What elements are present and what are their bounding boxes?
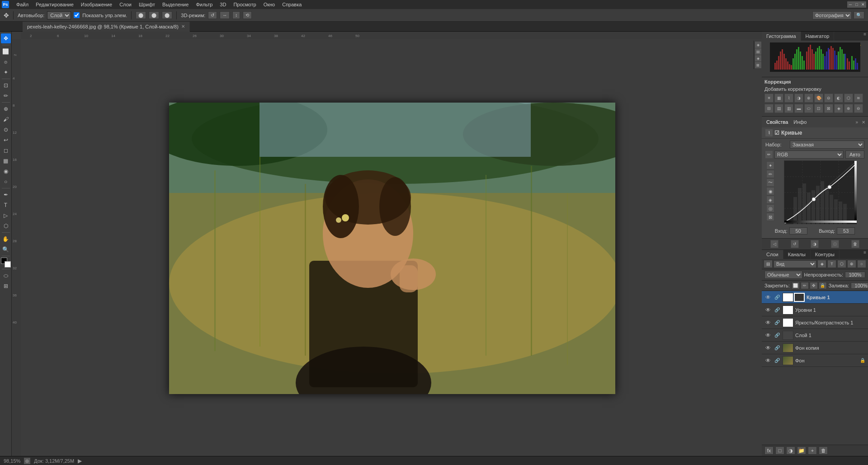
workspace-search-btn[interactable]: 🔍 (854, 11, 864, 19)
corr-icon-7[interactable]: ⊠ (824, 104, 833, 113)
selective-color-icon[interactable]: ⬭ (804, 104, 813, 113)
menu-view[interactable]: Просмотр (231, 2, 258, 7)
eyedrop-black-btn[interactable]: ◈ (766, 196, 774, 204)
layer-visibility-layer1[interactable]: 👁 (764, 332, 772, 339)
channel-mix-icon[interactable]: ≋ (854, 94, 863, 103)
fill-input[interactable] (851, 282, 868, 289)
menu-edit[interactable]: Редактирование (34, 2, 75, 7)
clone-tool[interactable]: ⊙ (1, 125, 11, 135)
opacity-input[interactable] (845, 272, 865, 278)
marquee-tool[interactable]: ⬜ (1, 47, 11, 56)
menu-3d[interactable]: 3D (218, 2, 228, 7)
tab-navigator[interactable]: Навигатор (801, 32, 835, 41)
layer-filter-2[interactable]: T (827, 260, 836, 268)
curves-auto-btn[interactable]: Авто (845, 150, 864, 159)
crop-tool[interactable]: ⊡ (1, 80, 11, 90)
layers-expand-btn[interactable]: ≡ (862, 250, 868, 259)
layer-link-layer1[interactable]: 🔗 (774, 332, 781, 339)
close-button[interactable]: ✕ (860, 1, 866, 8)
play-btn[interactable]: ▶ (78, 458, 82, 464)
align-center-btn[interactable]: ⬤ (149, 11, 159, 19)
show-controls-checkbox[interactable] (74, 12, 80, 18)
clip-display-btn[interactable]: ⊠ (766, 213, 774, 221)
hsl-corr-icon[interactable]: 🎨 (814, 94, 823, 103)
threshold-corr-icon[interactable]: ▥ (784, 104, 793, 113)
lock-pixels-btn[interactable]: ⬜ (792, 282, 800, 289)
mode-3d-btn-3[interactable]: ↕ (232, 11, 240, 19)
mode-3d-btn-2[interactable]: ↔ (220, 11, 230, 19)
layer-kind-dropdown[interactable]: Вид (774, 260, 816, 268)
new-layer-btn[interactable]: + (808, 446, 817, 455)
curves-corr-icon[interactable]: ⌇ (784, 94, 793, 103)
move-tool[interactable]: ✥ (1, 33, 11, 43)
layer-style-btn[interactable]: fx (764, 446, 774, 455)
props-toggle-btn[interactable]: ◑ (811, 240, 819, 248)
tab-paths[interactable]: Контуры (811, 250, 840, 259)
move-tool-icon[interactable]: ✥ (4, 12, 9, 19)
brush-tool[interactable]: 🖌 (1, 114, 11, 124)
menu-image[interactable]: Изображение (79, 2, 114, 7)
layer-filter-1[interactable]: ◈ (817, 260, 826, 268)
photo-canvas[interactable] (169, 103, 615, 394)
colorbal-corr-icon[interactable]: ⊖ (824, 94, 833, 103)
foreground-background-colors[interactable] (1, 258, 11, 268)
quick-select-tool[interactable]: ✦ (1, 67, 11, 77)
menu-layers[interactable]: Слои (118, 2, 133, 7)
layer-item-curves1[interactable]: 👁 🔗 Кривые 1 (762, 291, 868, 304)
add-mask-btn[interactable]: □ (775, 446, 784, 455)
tab-channels[interactable]: Каналы (783, 250, 811, 259)
mini-btn-2[interactable]: ▤ (755, 48, 761, 55)
preset-dropdown[interactable]: Заказная (790, 141, 864, 149)
delete-layer-btn[interactable]: 🗑 (819, 446, 828, 455)
healing-tool[interactable]: ⊕ (1, 104, 11, 114)
gradient-tool[interactable]: ▦ (1, 156, 11, 166)
mode-3d-btn-1[interactable]: ↺ (208, 11, 217, 19)
eyedrop-img-btn[interactable]: ◉ (766, 187, 774, 195)
eraser-tool[interactable]: ◻ (1, 146, 11, 155)
blend-mode-dropdown[interactable]: Обычные (764, 271, 802, 279)
histogram-expand-btn[interactable]: ≡ (862, 32, 868, 41)
exposure-corr-icon[interactable]: ◑ (794, 94, 803, 103)
menu-filter[interactable]: Фильтр (194, 2, 214, 7)
brightness-corr-icon[interactable]: ☀ (764, 94, 774, 103)
dodge-tool[interactable]: ○ (1, 177, 11, 187)
bw-corr-icon[interactable]: ◐ (834, 94, 843, 103)
layer-link-bg[interactable]: 🔗 (774, 357, 781, 364)
minimize-button[interactable]: ─ (847, 1, 854, 8)
menu-type[interactable]: Шрифт (137, 2, 157, 7)
layer-item-levels1[interactable]: 👁 🔗 Уровни 1 (762, 304, 868, 316)
eyedropper-tool[interactable]: ✏ (1, 91, 11, 101)
mode-3d-btn-4[interactable]: ⟲ (243, 11, 252, 19)
path-select-tool[interactable]: ▷ (1, 211, 11, 221)
document-tab[interactable]: pexels-leah-kelley-2466668.jpg @ 98,1% (… (23, 22, 190, 32)
screen-mode-btn[interactable]: ⊞ (1, 281, 11, 291)
lock-image-btn[interactable]: ✏ (801, 282, 809, 289)
shape-tool[interactable]: ⬡ (1, 221, 11, 231)
type-tool[interactable]: T (1, 200, 11, 210)
output-value[interactable] (837, 227, 855, 235)
tab-layers[interactable]: Слои (762, 250, 783, 259)
quick-mask-btn[interactable]: ⬭ (1, 271, 11, 281)
lasso-tool[interactable]: ⌾ (1, 57, 11, 67)
new-group-btn[interactable]: 📁 (797, 446, 806, 455)
mini-btn-4[interactable]: ⊠ (755, 62, 761, 68)
props-close-btn[interactable]: ✕ (862, 120, 865, 125)
layer-link-bgcopy[interactable]: 🔗 (774, 344, 781, 352)
workspace-dropdown[interactable]: Фотография (812, 11, 852, 19)
pen-tool[interactable]: ✒ (1, 190, 11, 200)
layer-item-layer1[interactable]: 👁 🔗 Слой 1 (762, 329, 868, 342)
layer-link-brightness1[interactable]: 🔗 (774, 319, 781, 326)
point-tool-btn[interactable]: ✦ (766, 161, 774, 169)
layer-visibility-bgcopy[interactable]: 👁 (764, 344, 772, 352)
maximize-button[interactable]: □ (854, 1, 860, 8)
smooth-btn[interactable]: 〜 (766, 178, 774, 187)
layer-item-bgcopy[interactable]: 👁 🔗 Фон копия (762, 342, 868, 354)
lock-all-btn[interactable]: 🔒 (819, 282, 827, 289)
channel-dropdown[interactable]: RGB (774, 150, 844, 159)
layer-visibility-curves1[interactable]: 👁 (764, 294, 772, 301)
hand-tool[interactable]: ✋ (1, 234, 11, 244)
props-expand-btn[interactable]: » (854, 120, 860, 125)
auto-select-dropdown[interactable]: Слой (47, 11, 71, 19)
history-brush-tool[interactable]: ↩ (1, 135, 11, 145)
curves-eyedropper-icon[interactable]: ✏ (765, 151, 773, 158)
